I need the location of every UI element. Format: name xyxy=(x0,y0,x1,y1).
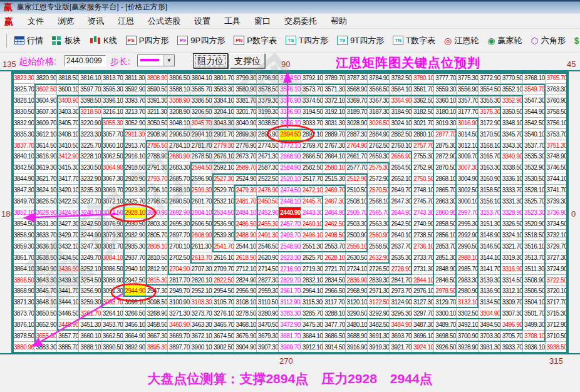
matrix-cell: 3902.50 xyxy=(212,342,234,353)
matrix-cell: 2995.30 xyxy=(457,219,479,230)
matrix-cell: 2949.70 xyxy=(168,286,190,297)
matrix-cell: 3158.50 xyxy=(479,185,500,196)
matrix-cell: 2920.90 xyxy=(123,173,145,185)
matrix-cell: 3170.50 xyxy=(479,129,500,140)
start-price-input[interactable] xyxy=(65,55,106,66)
menu-item[interactable]: 帮助 xyxy=(324,14,354,28)
toolbar-button[interactable]: ◎江恩轮 xyxy=(444,35,479,46)
matrix-cell: 3194.50 xyxy=(301,106,323,118)
matrix-cell: 3148.90 xyxy=(479,230,500,241)
toolbar-button[interactable]: 行情 xyxy=(14,35,43,46)
matrix-cell: 3897.70 xyxy=(168,342,190,353)
menu-item[interactable]: 文件 xyxy=(21,14,51,28)
toolbar-button[interactable]: PSP四方形 xyxy=(126,35,169,46)
matrix-cell: 2906.50 xyxy=(168,129,190,140)
menu-item[interactable]: 窗口 xyxy=(247,14,277,28)
toolbar-button[interactable]: $赢家服务 xyxy=(574,35,580,46)
matrix-cell: 3386.50 xyxy=(190,95,212,106)
menu-item[interactable]: 交易委托 xyxy=(277,14,324,28)
matrix-cell: 3816.10 xyxy=(79,73,101,84)
matrix-cell: 3237.70 xyxy=(79,196,101,207)
matrix-cell: 3720.10 xyxy=(546,286,567,297)
matrix-cell: 3290.50 xyxy=(346,308,368,319)
matrix-cell: 2678.50 xyxy=(190,151,212,162)
window-title: 赢家江恩专业版[赢家服务平台] - [价格正方形] xyxy=(17,2,167,13)
matrix-cell: 3182.50 xyxy=(412,106,434,118)
gann-wheel-icon: ◎ xyxy=(444,36,452,45)
9t-square-icon: T9 xyxy=(337,36,348,45)
matrix-cell: 3429.70 xyxy=(57,230,79,241)
menu-item[interactable]: 浏览 xyxy=(51,14,81,28)
matrix-cell: 3540.10 xyxy=(523,129,545,140)
matrix-cell: 2683.30 xyxy=(168,162,190,173)
chevron-down-icon[interactable]: ▼ xyxy=(163,55,174,66)
matrix-cell: 2872.90 xyxy=(434,151,456,162)
matrix-cell: 3912.10 xyxy=(301,342,323,353)
matrix-cell: 3852.10 xyxy=(13,207,34,219)
menu-item[interactable]: 江恩 xyxy=(111,14,141,28)
matrix-cell: 3681.70 xyxy=(279,331,301,342)
menu-item[interactable]: 资讯 xyxy=(81,14,111,28)
toolbar-button[interactable]: K线 xyxy=(90,35,117,46)
matrix-cell: 3576.10 xyxy=(279,84,301,95)
system-menu-icon[interactable]: 赢 xyxy=(4,17,13,26)
matrix-cell: 3504.10 xyxy=(523,297,545,308)
matrix-cell: 3050.50 xyxy=(146,118,168,129)
matrix-cell: 3559.30 xyxy=(434,84,456,95)
matrix-cell: 2976.10 xyxy=(412,286,434,297)
matrix-cell: 2858.50 xyxy=(434,219,456,230)
matrix-cell: 2740.90 xyxy=(412,219,434,230)
matrix-cell: 2700.10 xyxy=(168,241,190,252)
matrix-cell: 2544.10 xyxy=(234,241,256,252)
matrix-cell: 2757.70 xyxy=(412,140,434,152)
matrix-cell: 2755.30 xyxy=(412,151,434,162)
matrix-cell: 2937.70 xyxy=(123,252,145,264)
toolbar-button[interactable]: T99T四方形 xyxy=(337,35,384,46)
toolbar-button[interactable]: 板块 xyxy=(52,35,81,46)
matrix-cell: 3096.10 xyxy=(123,297,145,308)
matrix-cell: 3076.90 xyxy=(101,219,123,230)
matrix-cell: 2836.90 xyxy=(346,275,368,286)
matrix-cell: 3132.10 xyxy=(457,297,479,308)
matrix-cell: 3067.30 xyxy=(101,173,123,185)
matrix-cell: 3518.50 xyxy=(523,230,545,241)
matrix-cell: 2870.50 xyxy=(434,162,456,173)
matrix-cell: 3885.70 xyxy=(57,342,79,353)
toolbar-button[interactable]: ◉赢家轮 xyxy=(487,35,522,46)
matrix-cell: 3775.30 xyxy=(457,73,479,84)
toolbar-button[interactable]: TNT数字表 xyxy=(393,35,435,46)
p-square-icon: PS xyxy=(126,36,137,45)
toolbar-button[interactable]: PNP数字表 xyxy=(234,35,277,46)
resistance-button[interactable]: 阻力位 xyxy=(193,53,228,68)
matrix-cell: 3888.10 xyxy=(79,342,101,353)
matrix-cell: 3892.90 xyxy=(123,342,145,353)
matrix-cell: 2589.70 xyxy=(234,162,256,173)
support-button[interactable]: 支撑位 xyxy=(230,53,265,68)
matrix-cell: 3021.70 xyxy=(412,118,434,129)
matrix-cell: 3780.10 xyxy=(412,73,434,84)
matrix-cell: 3736.90 xyxy=(546,207,567,219)
matrix-cell: 3501.70 xyxy=(523,308,545,319)
matrix-cell: 2690.50 xyxy=(168,196,190,207)
matrix-cell: 3000.10 xyxy=(457,196,479,207)
menu-item[interactable]: 工具 xyxy=(217,14,247,28)
matrix-cell: 3259.30 xyxy=(79,297,101,308)
menu-item[interactable]: 设置 xyxy=(187,14,217,28)
step-select[interactable]: ▼ xyxy=(137,54,175,66)
matrix-cell: 2606.50 xyxy=(190,219,212,230)
menu-item[interactable]: 公式选股 xyxy=(141,14,187,28)
matrix-cell: 3417.70 xyxy=(57,173,79,185)
toolbar-button[interactable]: P99P四方形 xyxy=(177,35,225,46)
matrix-cell: 3348.10 xyxy=(501,118,523,129)
matrix-cell: 2983.30 xyxy=(457,275,479,286)
matrix-cell: 3801.70 xyxy=(212,73,234,84)
matrix-cell: 3763.30 xyxy=(546,84,567,95)
matrix-cell: 3717.70 xyxy=(546,297,567,308)
matrix-cell: 2899.30 xyxy=(234,129,256,140)
toolbar-button[interactable]: ⬡六角形 xyxy=(531,35,565,46)
matrix-cell: 3141.70 xyxy=(479,264,500,275)
hexagon-icon: ⬡ xyxy=(531,36,538,45)
matrix-cell: 3480.10 xyxy=(346,319,368,331)
matrix-cell: 3127.30 xyxy=(412,297,434,308)
toolbar-button[interactable]: TST四方形 xyxy=(286,35,328,46)
